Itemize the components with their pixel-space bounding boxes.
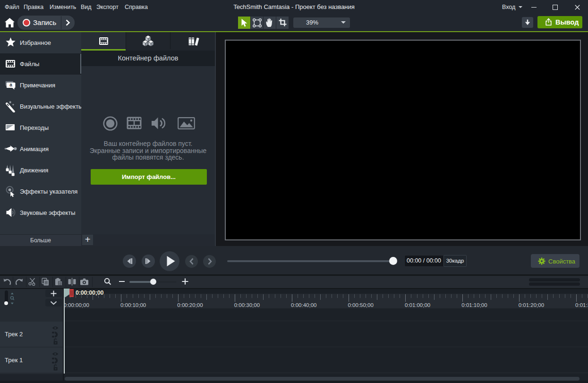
svg-text:a: a <box>9 82 12 87</box>
